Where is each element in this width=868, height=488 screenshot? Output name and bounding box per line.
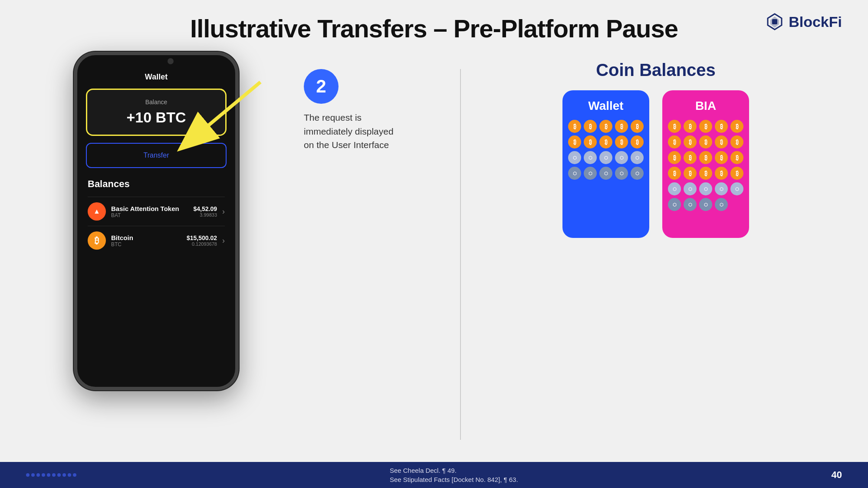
blockfi-logo-icon xyxy=(765,12,784,31)
step-bubble: 2 xyxy=(304,69,339,104)
btc-coin: ₿ xyxy=(684,151,697,164)
eth-coin: ⬡ xyxy=(615,151,628,164)
btc-coin: ₿ xyxy=(730,120,743,133)
btc-coin: ₿ xyxy=(699,151,712,164)
eth-coin: ⬡ xyxy=(631,167,644,180)
footer-citation-2: See Stipulated Facts [Docket No. 842], ¶… xyxy=(390,476,518,483)
btc-name: Bitcoin xyxy=(111,234,181,241)
btc-coin: ₿ xyxy=(584,120,597,133)
btc-coin: ₿ xyxy=(715,167,728,180)
btc-coin: ₿ xyxy=(668,135,681,148)
btc-coin: ₿ xyxy=(668,151,681,164)
btc-coin: ₿ xyxy=(615,120,628,133)
btc-amount: 0.12093678 xyxy=(187,241,217,247)
eth-coin: ⬡ xyxy=(668,182,681,195)
header: Illustrative Transfers – Pre-Platform Pa… xyxy=(0,0,868,52)
footer-page-number: 40 xyxy=(832,469,842,481)
eth-coin: ⬡ xyxy=(599,167,612,180)
coin-row-btc: ₿ Bitcoin BTC $15,500.02 0.12093678 › xyxy=(88,226,225,255)
dot xyxy=(26,473,30,477)
balance-value: +10 BTC xyxy=(96,109,217,126)
bia-card-title: BIA xyxy=(671,99,740,113)
btc-coin: ₿ xyxy=(584,135,597,148)
eth-coin: ⬡ xyxy=(668,198,681,211)
main-content: Wallet Balance +10 BTC Transfer Balances… xyxy=(0,52,868,457)
dot xyxy=(57,473,61,477)
btc-coin: ₿ xyxy=(631,120,644,133)
bia-coin-card: BIA ₿ ₿ ₿ ₿ ₿ ₿ ₿ ₿ ₿ ₿ ₿ ₿ ₿ ₿ xyxy=(662,90,749,238)
btc-coin: ₿ xyxy=(599,135,612,148)
btc-coin: ₿ xyxy=(699,167,712,180)
coin-row-bat: ▲ Basic Attention Token BAT $4,52.09 3.9… xyxy=(88,197,225,226)
eth-coin: ⬡ xyxy=(715,198,728,211)
wallet-coin-card: Wallet ₿ ₿ ₿ ₿ ₿ ₿ ₿ ₿ ₿ ₿ ⬡ ⬡ xyxy=(562,90,649,238)
blockfi-logo: BlockFi xyxy=(765,12,842,31)
bat-value: $4,52.09 3.99833 xyxy=(194,205,217,218)
btc-coin: ₿ xyxy=(730,167,743,180)
svg-rect-3 xyxy=(772,19,777,24)
phone-frame: Wallet Balance +10 BTC Transfer Balances… xyxy=(74,52,239,390)
btc-coin: ₿ xyxy=(715,120,728,133)
btc-usd: $15,500.02 xyxy=(187,234,217,241)
eth-coin: ⬡ xyxy=(568,167,581,180)
btc-ticker: BTC xyxy=(111,241,181,247)
btc-coin: ₿ xyxy=(668,167,681,180)
eth-coin: ⬡ xyxy=(730,182,743,195)
eth-coin: ⬡ xyxy=(599,151,612,164)
phone-section: Wallet Balance +10 BTC Transfer Balances… xyxy=(17,52,295,390)
btc-coin: ₿ xyxy=(730,151,743,164)
footer-citations: See Cheela Decl. ¶ 49. See Stipulated Fa… xyxy=(390,467,518,483)
btc-icon: ₿ xyxy=(88,231,106,250)
dot xyxy=(62,473,66,477)
balance-card: Balance +10 BTC xyxy=(86,89,227,136)
eth-coin: ⬡ xyxy=(715,182,728,195)
dot xyxy=(31,473,35,477)
page-title: Illustrative Transfers – Pre-Platform Pa… xyxy=(17,14,851,43)
btc-coin: ₿ xyxy=(715,135,728,148)
transfer-button[interactable]: Transfer xyxy=(86,143,227,168)
eth-coin: ⬡ xyxy=(631,151,644,164)
btc-coin: ₿ xyxy=(699,120,712,133)
blockfi-logo-text: BlockFi xyxy=(789,13,842,30)
footer: See Cheela Decl. ¶ 49. See Stipulated Fa… xyxy=(0,462,868,488)
phone-notch xyxy=(126,55,187,67)
coin-balances-section: Coin Balances Wallet ₿ ₿ ₿ ₿ ₿ ₿ ₿ ₿ ₿ ₿ xyxy=(461,52,851,238)
balances-section: Balances ▲ Basic Attention Token BAT $4,… xyxy=(86,178,227,255)
eth-coin: ⬡ xyxy=(699,198,712,211)
phone-wallet-title: Wallet xyxy=(86,67,227,89)
coin-balances-title: Coin Balances xyxy=(478,60,833,80)
bat-name: Basic Attention Token xyxy=(111,205,188,212)
step-section: 2 The request is immediately displayed o… xyxy=(295,52,460,152)
bat-info: Basic Attention Token BAT xyxy=(111,205,188,218)
bat-ticker: BAT xyxy=(111,212,188,218)
btc-coin: ₿ xyxy=(684,120,697,133)
eth-coin: ⬡ xyxy=(615,167,628,180)
eth-coin: ⬡ xyxy=(684,182,697,195)
eth-coin: ⬡ xyxy=(699,182,712,195)
btc-chevron-icon: › xyxy=(222,236,225,245)
bat-icon: ▲ xyxy=(88,202,106,221)
bia-btc-grid: ₿ ₿ ₿ ₿ ₿ ₿ ₿ ₿ ₿ ₿ ₿ ₿ ₿ ₿ ₿ ₿ ₿ xyxy=(671,120,740,211)
btc-coin: ₿ xyxy=(568,120,581,133)
phone-inner: Wallet Balance +10 BTC Transfer Balances… xyxy=(77,67,235,264)
coin-cards-row: Wallet ₿ ₿ ₿ ₿ ₿ ₿ ₿ ₿ ₿ ₿ ⬡ ⬡ xyxy=(478,90,833,238)
eth-coin: ⬡ xyxy=(584,167,597,180)
dot xyxy=(42,473,45,477)
balances-title: Balances xyxy=(88,178,225,190)
btc-coin: ₿ xyxy=(668,120,681,133)
btc-coin: ₿ xyxy=(684,135,697,148)
eth-coin: ⬡ xyxy=(568,151,581,164)
btc-coin: ₿ xyxy=(699,135,712,148)
bat-usd: $4,52.09 xyxy=(194,205,217,212)
dot xyxy=(73,473,76,477)
footer-dots xyxy=(26,473,76,477)
btc-info: Bitcoin BTC xyxy=(111,234,181,247)
btc-coin: ₿ xyxy=(599,120,612,133)
eth-coin: ⬡ xyxy=(584,151,597,164)
dot xyxy=(36,473,40,477)
bat-amount: 3.99833 xyxy=(194,212,217,218)
btc-coin: ₿ xyxy=(730,135,743,148)
wallet-btc-grid: ₿ ₿ ₿ ₿ ₿ ₿ ₿ ₿ ₿ ₿ ⬡ ⬡ ⬡ ⬡ ⬡ xyxy=(571,120,641,180)
dot xyxy=(47,473,50,477)
wallet-card-title: Wallet xyxy=(571,99,641,113)
